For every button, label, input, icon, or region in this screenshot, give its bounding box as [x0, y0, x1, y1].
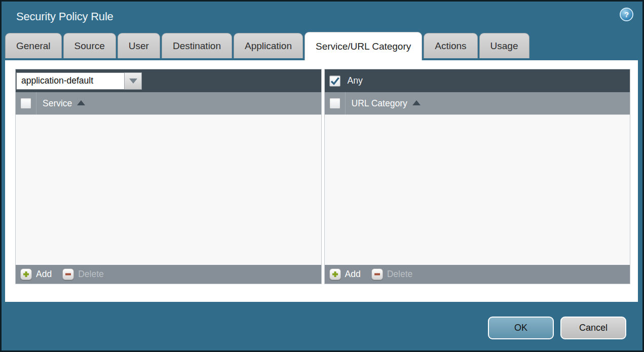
tab-bar: General Source User Destination Applicat…	[5, 32, 529, 60]
checkmark-icon	[330, 76, 340, 86]
tab-service-url-category[interactable]: Service/URL Category	[305, 32, 422, 60]
service-column-header[interactable]: Service	[43, 98, 85, 109]
any-checkbox-label: Any	[348, 75, 363, 86]
any-checkbox[interactable]	[329, 75, 340, 87]
tab-label: Actions	[435, 41, 466, 52]
url-category-column-label: URL Category	[352, 98, 407, 109]
tab-label: Destination	[173, 41, 221, 52]
url-category-column-header[interactable]: URL Category	[352, 98, 421, 109]
sort-ascending-icon	[77, 100, 85, 105]
service-column-label: Service	[43, 98, 72, 109]
dialog-titlebar: Security Policy Rule	[2, 2, 642, 32]
minus-icon	[62, 268, 74, 280]
cancel-button-label: Cancel	[579, 323, 608, 333]
tab-label: Source	[74, 41, 105, 52]
url-category-add-button[interactable]: Add	[329, 268, 361, 280]
url-category-list	[325, 114, 630, 265]
security-policy-rule-dialog: Security Policy Rule ? General Source Us…	[0, 0, 644, 352]
tab-actions[interactable]: Actions	[424, 33, 477, 58]
tab-content-service-url-category: application-default Service	[5, 60, 638, 302]
tab-source[interactable]: Source	[63, 33, 116, 58]
dialog-title: Security Policy Rule	[16, 10, 113, 23]
plus-icon	[329, 268, 341, 280]
url-category-select-all-cell	[325, 92, 346, 114]
service-select-all-checkbox[interactable]	[20, 98, 31, 109]
chevron-down-icon	[129, 79, 137, 84]
tab-user[interactable]: User	[118, 33, 160, 58]
help-icon[interactable]: ?	[620, 8, 633, 21]
service-toolbar: application-default	[16, 69, 321, 92]
tab-label: Service/URL Category	[316, 41, 411, 52]
url-category-delete-button[interactable]: Delete	[371, 268, 413, 280]
tab-general[interactable]: General	[5, 33, 62, 58]
dialog-button-row: OK Cancel	[488, 317, 626, 339]
service-column-header-row: Service	[16, 92, 321, 114]
service-type-dropdown-value[interactable]: application-default	[16, 72, 124, 90]
url-category-add-label: Add	[345, 269, 361, 280]
url-category-toolbar: Any	[325, 69, 630, 92]
service-add-label: Add	[36, 269, 52, 280]
service-type-dropdown[interactable]: application-default	[16, 72, 142, 90]
service-delete-button[interactable]: Delete	[62, 268, 104, 280]
url-category-delete-label: Delete	[387, 269, 413, 280]
service-delete-label: Delete	[78, 269, 104, 280]
minus-icon	[371, 268, 383, 280]
plus-icon	[20, 268, 32, 280]
ok-button-label: OK	[514, 323, 527, 333]
tab-usage[interactable]: Usage	[479, 33, 529, 58]
tab-label: General	[16, 41, 51, 52]
url-category-column-header-row: URL Category	[325, 92, 630, 114]
service-panel: application-default Service	[15, 69, 322, 284]
sort-ascending-icon	[412, 100, 421, 105]
service-select-all-cell	[16, 92, 36, 114]
url-category-footer: Add Delete	[325, 265, 630, 284]
tab-application[interactable]: Application	[234, 33, 303, 58]
cancel-button[interactable]: Cancel	[560, 317, 626, 339]
help-glyph: ?	[624, 10, 629, 19]
tab-label: Usage	[490, 41, 518, 52]
panels-container: application-default Service	[5, 60, 638, 284]
service-add-button[interactable]: Add	[20, 268, 52, 280]
url-category-select-all-checkbox[interactable]	[329, 98, 340, 109]
tab-destination[interactable]: Destination	[162, 33, 232, 58]
url-category-panel: Any URL Category	[324, 69, 631, 284]
ok-button[interactable]: OK	[488, 317, 554, 339]
service-footer: Add Delete	[16, 265, 321, 284]
tab-label: User	[129, 41, 149, 52]
service-type-dropdown-button[interactable]	[124, 72, 142, 90]
service-list	[16, 114, 321, 265]
tab-label: Application	[245, 41, 292, 52]
